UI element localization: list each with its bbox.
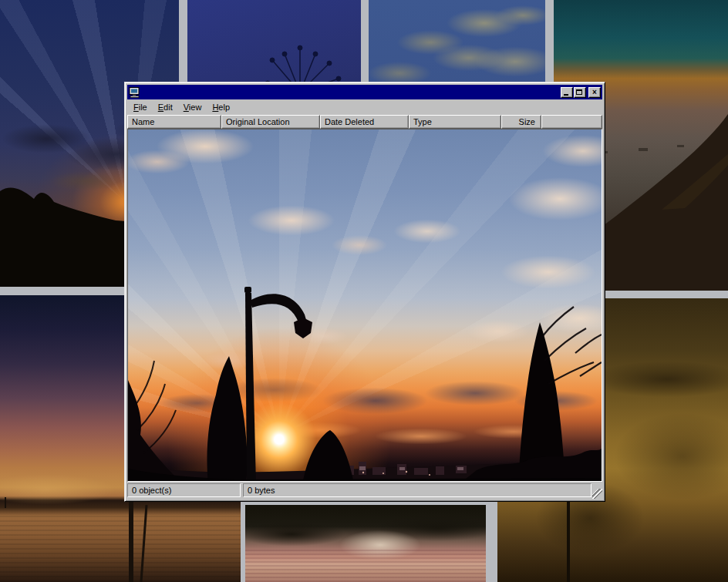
column-header-row: Name Original Location Date Deleted Type… — [127, 115, 602, 129]
resize-grip-icon[interactable] — [592, 489, 602, 499]
maximize-button[interactable] — [574, 87, 586, 98]
status-bar: 0 object(s) 0 bytes — [127, 482, 602, 499]
title-bar[interactable]: × — [127, 85, 602, 99]
menu-file[interactable]: File — [128, 101, 153, 114]
column-header-name[interactable]: Name — [127, 115, 221, 129]
water-ripples — [245, 547, 486, 582]
recycle-bin-window: × File Edit View Help Name Original Loca… — [124, 82, 605, 502]
desktop: { "desktop": { "wallpaper_tiles": [ {"na… — [0, 0, 728, 582]
status-object-count: 0 object(s) — [127, 483, 241, 497]
pole-silhouette — [129, 499, 133, 582]
menu-bar: File Edit View Help — [127, 99, 602, 115]
menu-edit[interactable]: Edit — [153, 101, 178, 114]
file-list-viewport-sunset-photo[interactable] — [127, 129, 602, 482]
lamppost-pole-silhouette — [567, 501, 570, 582]
water-ripples — [0, 514, 241, 582]
column-header-size[interactable]: Size — [501, 115, 541, 129]
maximize-icon — [576, 89, 582, 95]
close-icon: × — [589, 87, 600, 98]
close-button[interactable]: × — [588, 87, 601, 98]
wallpaper-tile-water-reflection — [245, 505, 486, 582]
minimize-button[interactable] — [561, 87, 573, 98]
computer-icon — [129, 87, 140, 98]
silhouette-overlay — [128, 130, 602, 482]
menu-view[interactable]: View — [178, 101, 207, 114]
column-header-blank[interactable] — [541, 115, 602, 129]
minimize-icon — [564, 94, 568, 96]
column-header-original-location[interactable]: Original Location — [221, 115, 320, 129]
column-header-type[interactable]: Type — [409, 115, 501, 129]
pole-silhouette — [5, 497, 6, 508]
column-header-date-deleted[interactable]: Date Deleted — [320, 115, 409, 129]
status-byte-count: 0 bytes — [243, 483, 592, 497]
menu-help[interactable]: Help — [207, 101, 235, 114]
